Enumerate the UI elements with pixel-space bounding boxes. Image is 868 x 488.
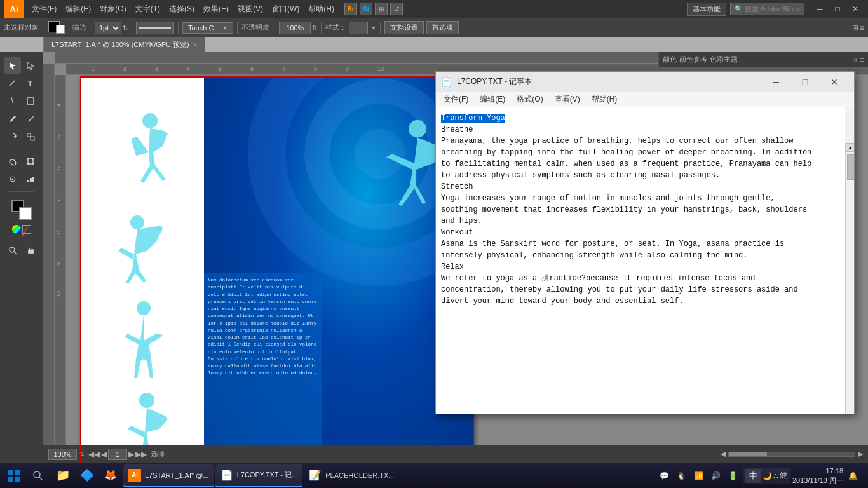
stroke-arrows[interactable]: ⇅ xyxy=(123,24,128,31)
scroll-thumb[interactable] xyxy=(847,154,854,180)
color-mode-btn[interactable] xyxy=(12,225,21,234)
taskbar-wifi[interactable]: 📶 xyxy=(691,470,706,482)
start-button[interactable] xyxy=(3,464,25,487)
stroke-weight-select[interactable]: 1pt2pt xyxy=(95,22,121,34)
taskbar-weixin[interactable]: 💬 xyxy=(657,470,672,482)
menu-view[interactable]: 视图(V) xyxy=(234,3,267,16)
taskbar-battery[interactable]: 🔋 xyxy=(726,470,740,482)
sync-icon[interactable]: ↺ xyxy=(390,3,403,15)
warp-tool[interactable] xyxy=(4,153,21,170)
color-guide-tab[interactable]: 颜色参考 xyxy=(679,55,707,64)
menu-file[interactable]: 文件(F) xyxy=(28,3,60,16)
taskbar-ime-moon[interactable]: 🌙 xyxy=(763,471,772,480)
notepad-menu-help[interactable]: 帮助(H) xyxy=(587,93,623,106)
opacity-input[interactable] xyxy=(279,22,311,34)
close-button[interactable]: ✕ xyxy=(846,0,864,18)
taskbar-placeholder[interactable]: 📝 PLACEHOLDER.TX... xyxy=(304,464,399,487)
menu-type[interactable]: 文字(T) xyxy=(132,3,164,16)
free-transform-tool[interactable] xyxy=(22,153,39,170)
taskbar-edge[interactable]: 🔷 xyxy=(75,464,98,487)
rotate-tool[interactable] xyxy=(4,128,21,145)
opacity-arrows[interactable]: ⇅ xyxy=(312,25,317,31)
scroll-bar[interactable] xyxy=(728,452,855,457)
style-swatch[interactable] xyxy=(349,22,368,34)
arrange-icon[interactable]: ⊞ xyxy=(852,24,858,32)
color-swatches[interactable] xyxy=(47,20,70,36)
color-panel-tab[interactable]: 颜色 xyxy=(663,55,677,64)
zoom-input[interactable] xyxy=(48,449,77,460)
taskbar-ime-area[interactable]: 中 🌙 ∴ 健 xyxy=(743,468,790,484)
preferences-button[interactable]: 首选项 xyxy=(426,21,459,34)
rect-tool[interactable] xyxy=(22,93,39,109)
taskbar-notepad-l7[interactable]: 📄 L7COPY.TXT - 记... xyxy=(215,464,303,487)
notepad-menu-edit[interactable]: 编辑(E) xyxy=(475,93,510,106)
taskbar-explorer[interactable]: 📁 xyxy=(51,464,74,487)
document-tab-close[interactable]: × xyxy=(193,41,197,48)
selection-tool[interactable] xyxy=(4,57,21,74)
taskbar-clock[interactable]: 17:18 2013/11/13 周一 xyxy=(792,466,843,485)
taskbar-ime-health[interactable]: 健 xyxy=(780,470,787,481)
touch-brush-button[interactable]: Touch C... ▼ xyxy=(182,22,233,34)
taskbar-firefox[interactable]: 🦊 xyxy=(99,464,122,487)
page-back-btn[interactable]: ◀ xyxy=(101,450,107,459)
page-last-btn[interactable]: ▶▶ xyxy=(135,450,147,459)
stroke-color[interactable] xyxy=(19,207,32,220)
zoom-tool[interactable] xyxy=(4,242,21,259)
notepad-menu-file[interactable]: 文件(F) xyxy=(438,93,473,106)
notepad-maximize-btn[interactable]: □ xyxy=(790,72,820,92)
type-tool[interactable]: T xyxy=(22,75,39,92)
menu-object[interactable]: 对象(O) xyxy=(96,3,130,16)
stock-search[interactable]: 🔍 搜索 Adobe Stock xyxy=(730,3,804,15)
doc-settings-button[interactable]: 文档设置 xyxy=(384,21,424,34)
scale-tool[interactable] xyxy=(22,128,39,145)
stroke-swatch[interactable] xyxy=(56,25,65,34)
minimize-button[interactable]: ─ xyxy=(811,0,829,18)
maximize-button[interactable]: □ xyxy=(829,0,846,18)
scroll-left-btn[interactable]: ◀ xyxy=(721,450,726,458)
taskbar-ime-dot[interactable]: ∴ xyxy=(773,471,778,480)
notepad-menu-format[interactable]: 格式(O) xyxy=(512,93,548,106)
style-dropdown[interactable]: ▼ xyxy=(370,25,376,31)
graph-tool[interactable] xyxy=(22,171,39,187)
zoom-arrows[interactable]: ⇅ xyxy=(79,451,85,458)
opacity-control[interactable]: ⇅ xyxy=(279,22,317,34)
page-input[interactable] xyxy=(108,449,127,460)
symbol-tool[interactable] xyxy=(4,171,21,187)
notepad-scrollbar[interactable]: ▲ ▼ xyxy=(845,143,854,414)
notepad-close-btn[interactable]: ✕ xyxy=(820,72,849,92)
taskbar-qq[interactable]: 🐧 xyxy=(674,470,689,482)
direct-selection-tool[interactable] xyxy=(22,57,39,74)
taskbar-volume[interactable]: 🔊 xyxy=(709,470,723,482)
line-tool[interactable]: \ xyxy=(4,93,21,109)
taskbar-illustrator[interactable]: Ai L7START_1.AI* @... xyxy=(123,464,214,487)
panel-menu-btn[interactable]: ≡ xyxy=(860,56,864,64)
paintbrush-tool[interactable] xyxy=(4,111,21,127)
notepad-minimize-btn[interactable]: ─ xyxy=(761,72,790,92)
taskbar-search-btn[interactable] xyxy=(27,464,50,487)
plugin-icon-1[interactable]: Br xyxy=(344,3,357,15)
pen-tool[interactable] xyxy=(4,75,21,92)
none-mode-btn[interactable]: ╱ xyxy=(22,225,31,234)
document-tab-active[interactable]: L7START_1.AI* @ 100% (CMYK/GPU 预览) × xyxy=(43,37,205,52)
menu-help[interactable]: 帮助(H) xyxy=(304,3,338,16)
plugin-icon-2[interactable]: St xyxy=(360,3,372,15)
page-fwd-btn[interactable]: ▶ xyxy=(128,450,134,459)
panel-expand-btn[interactable]: » xyxy=(853,56,857,64)
scroll-right-btn[interactable]: ▶ xyxy=(858,450,863,458)
notepad-text-area[interactable]: Transform Yoga Breathe Pranayama, the yo… xyxy=(436,107,845,414)
zoom-control[interactable]: ⇅ xyxy=(48,449,85,460)
more-options-icon[interactable]: ≡ xyxy=(860,24,864,32)
workspace-btn[interactable]: 基本功能 xyxy=(687,3,726,16)
artboard[interactable]: Num doloreetum ver esequam ver suscipist… xyxy=(80,76,474,463)
page-prev-btn[interactable]: ◀◀ xyxy=(88,450,100,459)
fill-stroke-colors[interactable] xyxy=(10,198,33,221)
scroll-thumb[interactable] xyxy=(729,452,767,456)
taskbar-ime-chinese[interactable]: 中 xyxy=(745,469,761,483)
grid-icon[interactable]: ⊞ xyxy=(375,3,388,15)
pencil-tool[interactable] xyxy=(22,111,39,127)
color-theme-tab[interactable]: 色彩主题 xyxy=(710,55,738,64)
notepad-menu-view[interactable]: 查看(V) xyxy=(550,93,585,106)
scroll-up-btn[interactable]: ▲ xyxy=(846,143,854,152)
hand-tool[interactable] xyxy=(22,242,39,259)
taskbar-notification[interactable]: 🔔 xyxy=(846,470,860,482)
